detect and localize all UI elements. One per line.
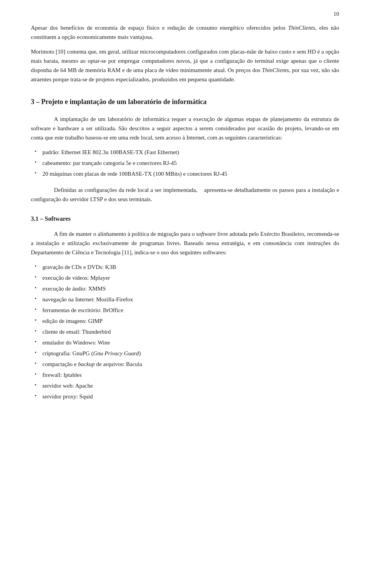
paragraph-5: Definidas as configurações da rede local…: [31, 185, 339, 204]
software-italic: oftware: [198, 231, 216, 237]
list-item: servidor proxy: Squid: [31, 392, 339, 401]
page: 10 Apesar dos benefícios de economia de …: [0, 0, 370, 588]
backup-italic: backup: [78, 361, 94, 367]
paragraph-2: Morimoto [10] comenta que, em geral, uti…: [31, 47, 339, 84]
list-item: ferramentas de escritório: BrOffice: [31, 306, 339, 315]
network-bullet-list: padrão: Ethernet IEE 802.3u 100BASE-TX (…: [31, 148, 339, 178]
list-item: execução de áudio: XMMS: [31, 284, 339, 293]
list-item: 20 máquinas com placas de rede 100BASE-T…: [31, 169, 339, 178]
thin-clients-italic-1: ThinClients: [288, 25, 315, 31]
subsection-31-heading: 3.1 – Softwares: [31, 215, 339, 222]
paragraph-1: Apesar dos benefícios de economia de esp…: [31, 23, 339, 42]
list-item: cabeamento: par trançado categoria 5e e …: [31, 158, 339, 168]
list-item: execução de vídeos: Mplayer: [31, 273, 339, 282]
list-item: edição de imagens: GIMP: [31, 316, 339, 326]
list-item: cliente de email: Thunderbird: [31, 327, 339, 336]
thin-clients-italic-2: ThinClients: [262, 67, 289, 73]
list-item: padrão: Ethernet IEE 802.3u 100BASE-TX (…: [31, 148, 339, 157]
software-bullet-list: gravação de CDs e DVDs: K3B execução de …: [31, 262, 339, 401]
section-3-heading: 3 – Projeto e implantação de um laborató…: [31, 98, 339, 106]
list-item: navegação na Internet: Mozilla-Firefox: [31, 295, 339, 304]
page-number: 10: [333, 11, 339, 17]
list-item: servidor web: Apache: [31, 381, 339, 390]
list-item: gravação de CDs e DVDs: K3B: [31, 262, 339, 272]
list-item: emulador do Windows: Wine: [31, 338, 339, 347]
paragraph-3: A implantação de um laboratório de infor…: [31, 114, 339, 142]
list-item: firewall: Iptables: [31, 370, 339, 380]
gnu-privacy-guard-italic: Gnu Privacy Guard: [93, 350, 139, 356]
list-item: compactação e backup de arquivos: Bacula: [31, 360, 339, 369]
paragraph-6: A fim de manter o alinhamento à política…: [31, 229, 339, 257]
list-item: criptografia: GnuPG (Gnu Privacy Guard): [31, 349, 339, 358]
